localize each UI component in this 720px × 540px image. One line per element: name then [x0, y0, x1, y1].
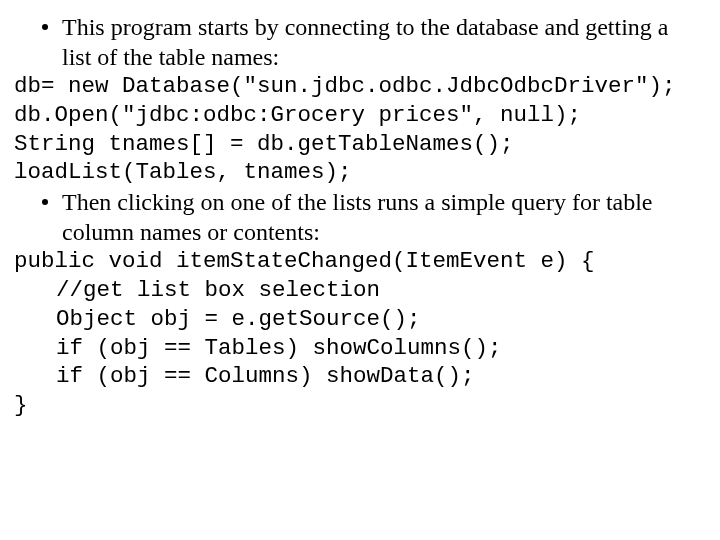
bullet-dot-icon [42, 199, 48, 205]
code-line-1: db= new Database("sun.jdbc.odbc.JdbcOdbc… [14, 72, 702, 101]
slide-body: This program starts by connecting to the… [0, 0, 720, 432]
bullet-dot-icon [42, 24, 48, 30]
code-line-5: public void itemStateChanged(ItemEvent e… [14, 247, 702, 276]
code-line-7: Object obj = e.getSource(); [56, 305, 702, 334]
code-line-10: } [14, 391, 702, 420]
code-line-9: if (obj == Columns) showData(); [56, 362, 702, 391]
bullet-text-1: This program starts by connecting to the… [62, 12, 702, 72]
code-line-3: String tnames[] = db.getTableNames(); [14, 130, 702, 159]
code-line-2: db.Open("jdbc:odbc:Grocery prices", null… [14, 101, 702, 130]
bullet-item-1: This program starts by connecting to the… [42, 12, 702, 72]
code-line-8: if (obj == Tables) showColumns(); [56, 334, 702, 363]
bullet-item-2: Then clicking on one of the lists runs a… [42, 187, 702, 247]
bullet-text-2: Then clicking on one of the lists runs a… [62, 187, 702, 247]
code-line-4: loadList(Tables, tnames); [14, 158, 702, 187]
code-line-6: //get list box selection [56, 276, 702, 305]
